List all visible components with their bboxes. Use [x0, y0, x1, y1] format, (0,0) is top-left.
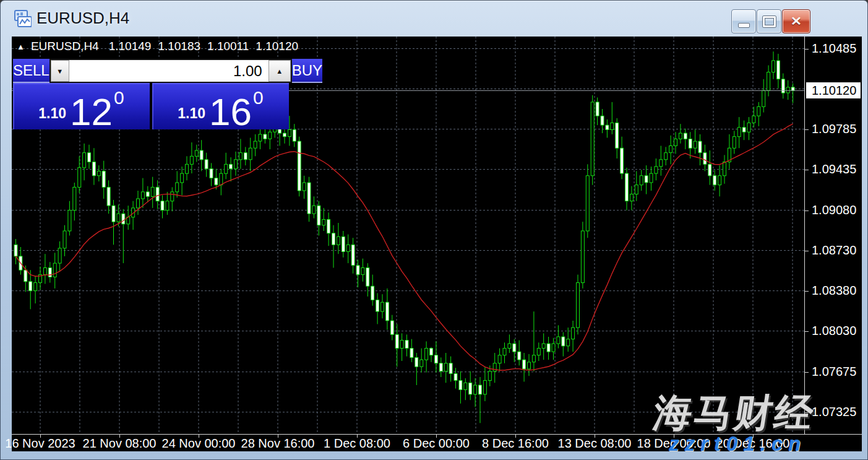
candle — [591, 102, 594, 176]
price-tick — [805, 372, 809, 373]
candle — [117, 214, 120, 222]
candle — [63, 231, 66, 248]
price-label: 1.08730 — [812, 243, 856, 258]
price-tick — [805, 251, 809, 251]
candle — [303, 183, 306, 191]
candle — [767, 72, 770, 91]
candle — [312, 206, 316, 214]
candle — [528, 362, 531, 369]
candle — [464, 383, 467, 389]
minimize-button[interactable] — [731, 9, 756, 33]
candle — [664, 153, 668, 160]
candle — [650, 173, 653, 183]
candle — [611, 123, 614, 129]
price-label: 1.09435 — [812, 162, 856, 176]
candle — [259, 134, 262, 141]
buy-button[interactable]: BUY — [292, 59, 322, 83]
ohlc-close: 1.10120 — [256, 40, 298, 53]
time-label: 18 Dec 00:00 — [637, 436, 711, 451]
price-tick — [805, 412, 809, 413]
candle — [532, 355, 535, 362]
candle — [752, 116, 755, 123]
chart-window-icon — [13, 9, 32, 28]
sell-button[interactable]: SELL — [13, 59, 49, 83]
candle — [156, 187, 159, 201]
title-bar[interactable]: EURUSD,H4 ✕ — [1, 1, 867, 37]
ohlc-high: 1.10183 — [158, 40, 200, 53]
candle — [146, 192, 149, 196]
price-tick — [805, 49, 809, 50]
price-tick — [805, 129, 809, 130]
candle — [342, 237, 345, 251]
candle — [405, 341, 408, 349]
candle — [655, 167, 658, 173]
price-label: 1.07675 — [812, 365, 856, 379]
time-label: 28 Nov 16:00 — [241, 436, 315, 451]
candle — [186, 164, 189, 173]
close-button[interactable]: ✕ — [782, 9, 810, 33]
candle — [689, 139, 692, 148]
candle — [674, 139, 677, 145]
candle — [625, 173, 629, 201]
volume-decrease-button[interactable]: ▼ — [51, 60, 69, 82]
candle — [449, 363, 452, 374]
candle — [630, 194, 633, 201]
candle — [346, 245, 350, 251]
candle — [586, 176, 589, 231]
candle — [542, 344, 545, 348]
price-label: 1.07325 — [812, 405, 856, 419]
candle — [425, 349, 428, 360]
sell-price-display[interactable]: 1.10 12 0 — [13, 83, 150, 129]
candle — [601, 116, 604, 125]
candle — [786, 87, 789, 93]
candle — [381, 302, 384, 311]
candle — [439, 363, 442, 371]
candle — [635, 185, 638, 194]
candle — [137, 199, 140, 208]
time-label: 8 Dec 16:00 — [482, 436, 549, 451]
candle — [459, 381, 462, 390]
candle — [230, 164, 233, 168]
candle — [684, 133, 687, 139]
volume-input[interactable] — [69, 60, 269, 82]
candle — [83, 153, 86, 168]
candle — [14, 245, 17, 256]
candle — [434, 355, 437, 363]
minimize-icon — [738, 23, 750, 28]
candle — [215, 178, 218, 185]
price-axis[interactable]: 1.104851.097851.094351.090801.087301.083… — [805, 37, 862, 434]
candle — [537, 349, 540, 355]
candle — [29, 282, 32, 291]
buy-price-big: 16 — [209, 94, 252, 129]
candle — [567, 339, 570, 346]
candle — [176, 183, 179, 192]
candle — [58, 248, 61, 263]
candle — [523, 360, 526, 369]
candle — [420, 360, 423, 367]
candle — [43, 268, 46, 275]
candle — [488, 371, 491, 381]
candle — [102, 171, 105, 187]
candle — [78, 168, 81, 188]
candle — [151, 187, 154, 196]
candle — [577, 283, 580, 328]
candle — [371, 286, 374, 300]
candle — [479, 385, 482, 394]
ohlc-low: 1.10011 — [207, 40, 249, 53]
maximize-button[interactable] — [757, 9, 781, 33]
price-tick — [805, 291, 809, 292]
time-label: 6 Dec 00:00 — [403, 436, 470, 451]
candle — [200, 150, 203, 160]
buy-price-display[interactable]: 1.10 16 0 — [152, 83, 289, 129]
candle — [24, 270, 27, 282]
volume-increase-button[interactable]: ▲ — [269, 60, 291, 82]
panel-collapse-arrow-icon[interactable]: ▲ — [17, 42, 25, 51]
candle — [210, 169, 213, 178]
candle — [547, 344, 550, 352]
candle — [254, 141, 257, 148]
time-axis[interactable]: 16 Nov 202321 Nov 08:0024 Nov 00:0028 No… — [12, 435, 862, 451]
maximize-icon — [763, 16, 776, 27]
time-label: 13 Dec 08:00 — [558, 436, 632, 451]
candle — [97, 171, 100, 175]
candle — [562, 337, 565, 346]
